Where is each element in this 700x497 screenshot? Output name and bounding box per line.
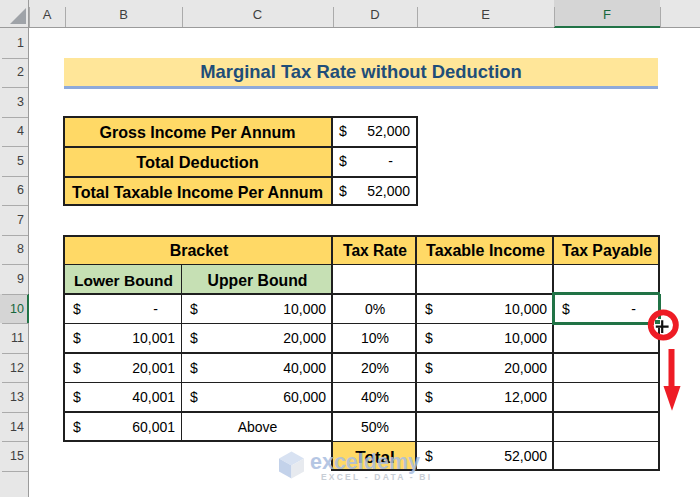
svg-text:EXCEL - DATA - BI: EXCEL - DATA - BI — [321, 472, 432, 482]
svg-text:exceldemy: exceldemy — [310, 450, 420, 474]
